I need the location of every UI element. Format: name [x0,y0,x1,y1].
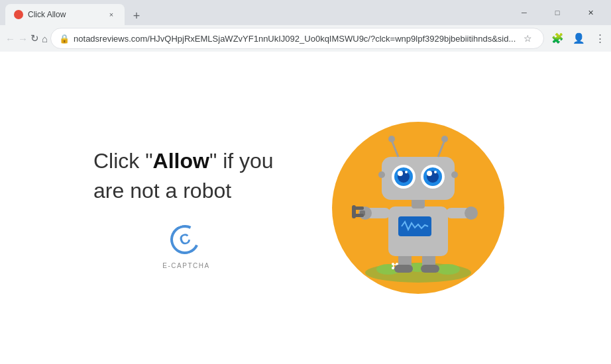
svg-point-42 [451,171,458,178]
svg-point-40 [441,136,448,142]
minimize-button[interactable]: ─ [509,2,539,23]
maximize-button[interactable]: □ [542,2,573,23]
svg-rect-24 [467,208,476,218]
tab-favicon [13,9,24,20]
reload-button[interactable]: ↻ [30,28,39,49]
svg-rect-12 [394,265,413,273]
captcha-logo: C [170,225,202,257]
captcha-c-icon: C [166,221,203,258]
svg-point-8 [392,267,394,269]
svg-point-41 [378,171,385,178]
close-button[interactable]: ✕ [575,2,606,23]
robot-section [319,109,518,307]
main-heading: Click "Allow" if you are not a robot [93,146,279,206]
nav-bar: ← → ↻ ⌂ 🔒 notadsreviews.com/HJvQHpjRxEML… [0,25,611,52]
address-bar[interactable]: 🔒 notadsreviews.com/HJvQHpjRxEMLSjaWZvYF… [50,28,544,49]
home-button[interactable]: ⌂ [42,28,48,49]
page-content: Click "Allow" if you are not a robot C E… [0,52,611,364]
svg-line-39 [438,140,445,157]
title-bar: Click Allow × + ─ □ ✕ [0,0,611,25]
window-controls: ─ □ ✕ [509,2,606,23]
main-text-part1: Click " [93,149,153,173]
svg-line-37 [392,140,398,157]
toolbar-icons: 🧩 👤 ⋮ [547,28,610,49]
profile-icon[interactable]: 👤 [568,28,589,49]
extensions-icon[interactable]: 🧩 [547,28,568,49]
svg-point-6 [392,263,394,265]
menu-icon[interactable]: ⋮ [589,28,610,49]
new-tab-button[interactable]: + [127,7,146,25]
svg-rect-21 [352,205,356,218]
svg-point-35 [427,171,432,176]
browser-frame: Click Allow × + ─ □ ✕ ← → ↻ ⌂ 🔒 notadsre… [0,0,611,364]
captcha-label: E-CAPTCHA [162,262,209,269]
url-text: notadsreviews.com/HJvQHpjRxEMLSjaWZvYF1n… [74,34,516,44]
svg-rect-13 [421,265,439,273]
svg-point-2 [436,264,460,275]
svg-point-36 [434,171,437,173]
tabs-area: Click Allow × + [5,0,504,25]
allow-text: Allow [153,149,209,173]
tab-title: Click Allow [28,10,102,19]
bookmark-star-icon[interactable]: ☆ [520,30,535,46]
back-button[interactable]: ← [5,28,15,49]
forward-button[interactable]: → [18,28,28,49]
captcha-section: C E-CAPTCHA [93,225,279,269]
left-section: Click "Allow" if you are not a robot C E… [93,146,279,270]
svg-point-31 [405,171,408,173]
robot-illustration [345,120,491,295]
favicon-icon [14,10,23,19]
tab-close-button[interactable]: × [106,9,117,20]
svg-point-38 [388,136,395,142]
lock-icon: 🔒 [59,34,70,44]
svg-point-30 [398,171,403,176]
address-icons: ☆ [520,30,535,46]
active-tab[interactable]: Click Allow × [5,4,125,25]
